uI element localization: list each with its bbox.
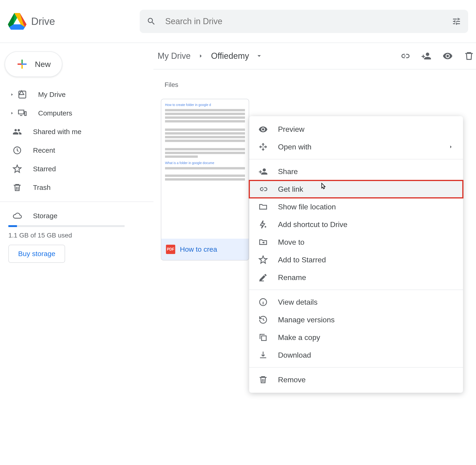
- ctx-label: View details: [278, 298, 317, 306]
- chevron-right-icon: [448, 144, 454, 150]
- chevron-right-icon: [10, 92, 14, 97]
- svg-rect-4: [259, 280, 264, 281]
- storage-label: Storage: [33, 212, 57, 220]
- breadcrumb: My Drive Offiedemy: [153, 43, 476, 70]
- clock-icon: [12, 146, 22, 155]
- ctx-view-details[interactable]: View details: [249, 293, 463, 311]
- divider: [249, 159, 463, 159]
- ctx-remove[interactable]: Remove: [249, 371, 463, 389]
- sidebar-item-label: Computers: [38, 109, 72, 117]
- toolbar: [400, 51, 474, 61]
- chevron-right-icon: [10, 111, 14, 116]
- storage-used: [8, 225, 17, 227]
- search-icon: [147, 17, 156, 26]
- sidebar-item-label: Recent: [33, 146, 55, 154]
- context-menu: Preview Open with Share Get link Show fi…: [249, 116, 463, 393]
- eye-icon: [443, 51, 453, 61]
- svg-rect-2: [25, 112, 26, 116]
- preview-heading: How to create folder in google d: [165, 103, 245, 107]
- sidebar-item-computers[interactable]: Computers: [0, 104, 153, 122]
- logo[interactable]: Drive: [8, 12, 55, 30]
- ctx-make-copy[interactable]: Make a copy: [249, 328, 463, 346]
- ctx-show-location[interactable]: Show file location: [249, 198, 463, 216]
- ctx-label: Show file location: [278, 203, 336, 211]
- preview-button[interactable]: [443, 51, 453, 61]
- link-icon: [400, 51, 410, 61]
- ctx-star[interactable]: Add to Starred: [249, 251, 463, 269]
- sidebar-item-my-drive[interactable]: My Drive: [0, 85, 153, 104]
- ctx-label: Add to Starred: [278, 256, 326, 264]
- ctx-add-shortcut[interactable]: Add shortcut to Drive: [249, 216, 463, 233]
- ctx-get-link[interactable]: Get link: [249, 180, 463, 198]
- ctx-download[interactable]: Download: [249, 346, 463, 364]
- trash-icon: [464, 51, 474, 61]
- ctx-label: Open with: [278, 143, 311, 151]
- sidebar-item-label: My Drive: [38, 91, 65, 98]
- storage-text: 1.1 GB of 15 GB used: [8, 232, 153, 239]
- info-icon: [258, 297, 268, 307]
- ctx-rename[interactable]: Rename: [249, 269, 463, 286]
- person-add-icon: [421, 51, 431, 61]
- cursor-icon: [319, 182, 327, 192]
- trash-icon: [258, 375, 268, 384]
- sidebar-item-label: Starred: [33, 165, 56, 173]
- computers-icon: [18, 108, 27, 118]
- header: Drive: [0, 0, 476, 43]
- history-icon: [258, 315, 268, 324]
- sidebar-item-label: Shared with me: [33, 128, 81, 136]
- plus-icon: [16, 58, 28, 70]
- chevron-right-icon: [198, 53, 204, 59]
- get-link-button[interactable]: [400, 51, 410, 61]
- search-input[interactable]: [165, 17, 452, 26]
- sidebar-item-label: Trash: [33, 184, 51, 191]
- svg-rect-6: [262, 336, 266, 340]
- eye-icon: [258, 125, 268, 134]
- folder-icon: [258, 202, 268, 211]
- ctx-label: Get link: [278, 185, 303, 194]
- product-name: Drive: [31, 16, 55, 27]
- svg-rect-1: [18, 110, 24, 114]
- my-drive-icon: [18, 90, 27, 99]
- sidebar-item-trash[interactable]: Trash: [0, 178, 153, 197]
- breadcrumb-current[interactable]: Offiedemy: [211, 51, 249, 61]
- divider: [0, 201, 153, 202]
- ctx-label: Share: [278, 167, 298, 176]
- download-icon: [258, 350, 268, 360]
- ctx-label: Rename: [278, 273, 306, 282]
- file-card[interactable]: How to create folder in google d What is…: [161, 99, 249, 261]
- breadcrumb-root[interactable]: My Drive: [158, 51, 190, 61]
- file-preview: How to create folder in google d What is…: [161, 99, 249, 239]
- divider: [249, 367, 463, 368]
- cloud-icon: [12, 211, 22, 221]
- open-with-icon: [258, 142, 268, 151]
- drive-logo-icon: [8, 12, 26, 30]
- sidebar-item-shared[interactable]: Shared with me: [0, 122, 153, 141]
- trash-icon: [12, 183, 22, 192]
- sidebar-item-storage[interactable]: Storage: [0, 207, 153, 225]
- move-icon: [258, 237, 268, 247]
- share-button[interactable]: [421, 51, 431, 61]
- ctx-open-with[interactable]: Open with: [249, 138, 463, 156]
- ctx-label: Remove: [278, 376, 306, 384]
- ctx-share[interactable]: Share: [249, 163, 463, 180]
- chevron-down-icon[interactable]: [256, 53, 262, 59]
- new-button[interactable]: New: [5, 51, 62, 77]
- star-icon: [12, 164, 22, 174]
- file-titlebar: PDF How to crea: [161, 239, 249, 260]
- preview-heading: What is a folder in google docume: [165, 161, 245, 165]
- ctx-label: Manage versions: [278, 316, 335, 324]
- copy-icon: [258, 333, 268, 342]
- ctx-preview[interactable]: Preview: [249, 120, 463, 138]
- ctx-move-to[interactable]: Move to: [249, 233, 463, 251]
- sidebar-item-recent[interactable]: Recent: [0, 141, 153, 160]
- file-name: How to crea: [180, 245, 217, 253]
- search-options-button[interactable]: [452, 17, 461, 26]
- divider: [249, 290, 463, 290]
- ctx-manage-versions[interactable]: Manage versions: [249, 311, 463, 328]
- buy-storage-button[interactable]: Buy storage: [8, 245, 65, 263]
- person-add-icon: [258, 167, 268, 176]
- search-bar[interactable]: [140, 10, 468, 33]
- sidebar-item-starred[interactable]: Starred: [0, 160, 153, 178]
- remove-button[interactable]: [464, 51, 474, 61]
- people-icon: [12, 127, 22, 137]
